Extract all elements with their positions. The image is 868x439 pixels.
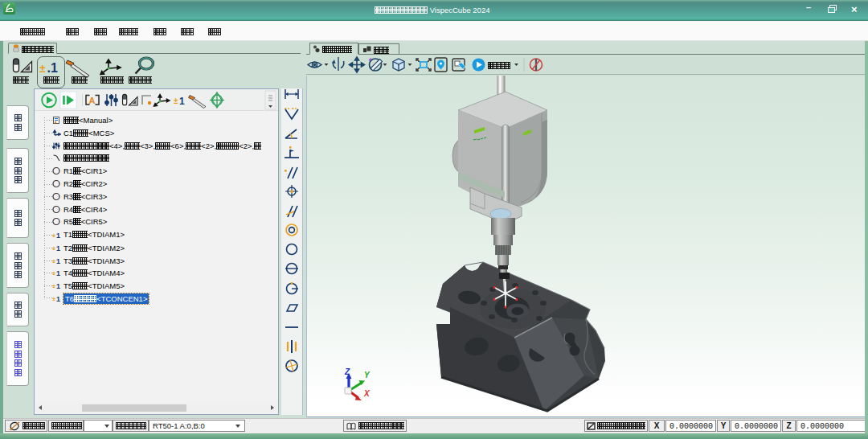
svg-text:±: ± [52, 232, 55, 238]
svg-text:1: 1 [179, 96, 185, 107]
svg-text:±: ± [52, 283, 55, 289]
svg-text:1: 1 [56, 269, 60, 277]
svg-text:Z: Z [344, 367, 350, 376]
svg-text:±: ± [52, 270, 55, 276]
svg-text:.1: .1 [47, 61, 58, 75]
svg-text:±: ± [174, 96, 178, 105]
svg-text:1: 1 [56, 244, 60, 252]
svg-text:1: 1 [56, 257, 60, 265]
svg-text:±: ± [39, 62, 46, 75]
svg-text:A: A [89, 96, 96, 105]
svg-text:X: X [363, 389, 371, 398]
svg-text:±: ± [52, 296, 55, 302]
svg-text:1: 1 [56, 232, 60, 240]
svg-text:±: ± [52, 258, 55, 264]
svg-text:±: ± [52, 245, 55, 251]
svg-text:1: 1 [56, 295, 60, 303]
svg-text:1: 1 [56, 282, 60, 290]
svg-text:Y: Y [364, 371, 371, 380]
